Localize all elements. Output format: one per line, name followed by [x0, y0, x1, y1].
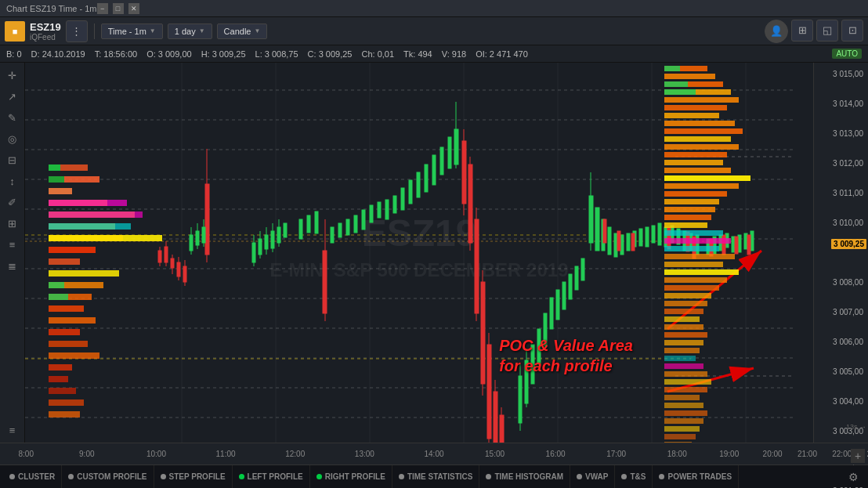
grid-icon[interactable]: ⊞ [791, 20, 813, 42]
tab-ts[interactable]: T&S [615, 465, 653, 489]
chart-container[interactable]: ESZ19 E-MINI S&P 500 DECEMBER 2019 [25, 63, 813, 443]
tab-custom-profile[interactable]: CUSTOM PROFILE [62, 465, 154, 489]
svg-rect-30 [49, 200, 127, 206]
svg-rect-168 [710, 239, 713, 256]
chevron-down-icon: ▼ [150, 27, 156, 34]
svg-rect-140 [614, 233, 617, 257]
rect-tool[interactable]: ⊟ [3, 150, 22, 169]
svg-rect-154 [603, 219, 606, 243]
svg-rect-37 [49, 305, 84, 312]
svg-rect-103 [432, 155, 436, 185]
arrow-tool[interactable]: ↗ [3, 87, 22, 106]
info-d: D: 24.10.2019 [31, 49, 85, 59]
tab-step-profile[interactable]: STEP PROFILE [154, 465, 233, 489]
info-t: T: 18:56:00 [95, 49, 137, 59]
price-scale: 3 015,00 3 014,00 3 013,00 3 012,00 3 01… [813, 63, 868, 443]
svg-rect-26 [49, 247, 96, 253]
svg-rect-128 [544, 313, 547, 346]
svg-rect-48 [49, 294, 68, 300]
svg-rect-41 [49, 352, 99, 359]
price-level-current: 3 009,25 [831, 239, 866, 249]
tab-left-profile[interactable]: LEFT PROFILE [233, 465, 310, 489]
tab-dot-vwap [577, 474, 582, 479]
tab-time-histogram[interactable]: TIME HISTOGRAM [479, 465, 570, 489]
bars-tool[interactable]: ≣ [3, 256, 22, 275]
svg-rect-40 [49, 341, 88, 347]
tab-dot-right-profile [316, 474, 322, 479]
time-dropdown[interactable]: Time - 1m ▼ [101, 23, 163, 39]
chart-type-dropdown[interactable]: Candle ▼ [217, 23, 268, 39]
toolbar-right-icons: 👤 ⊞ ◱ ⊡ [765, 20, 863, 43]
settings-icon[interactable]: ⚙ [842, 471, 865, 483]
time-label-800: 8:00 [19, 450, 34, 458]
auto-label: AUTO [832, 49, 862, 59]
info-b: B: 0 [6, 49, 22, 59]
svg-rect-102 [425, 164, 428, 192]
svg-rect-142 [627, 233, 630, 251]
svg-rect-150 [677, 229, 680, 244]
minimize-button[interactable]: − [97, 3, 108, 14]
price-level-3004: 3 004,00 [833, 397, 866, 406]
svg-rect-158 [686, 232, 689, 251]
window-controls: − □ ✕ [97, 3, 139, 14]
chevron-down-icon: ▼ [254, 27, 260, 34]
price-level-3015: 3 015,00 [833, 70, 866, 78]
layout-icon[interactable]: ◱ [816, 20, 838, 42]
cursor-tool[interactable]: ✛ [3, 66, 22, 85]
svg-line-172 [667, 251, 761, 329]
time-label-1800: 18:00 [667, 450, 687, 458]
svg-rect-32 [49, 235, 162, 241]
info-o: O: 3 009,00 [146, 49, 192, 59]
time-label-1600: 16:00 [546, 450, 566, 458]
fullscreen-icon[interactable]: ⊡ [841, 20, 863, 42]
maximize-button[interactable]: □ [113, 3, 124, 14]
toolbar: ■ ESZ19 iQFeed ⋮ Time - 1m ▼ 1 day ▼ Can… [0, 17, 868, 45]
tab-cluster[interactable]: CLUSTER [3, 465, 62, 489]
tab-dot-cluster [9, 474, 15, 479]
menu-tool[interactable]: ≡ [3, 235, 22, 254]
svg-rect-139 [608, 227, 611, 255]
line-tool[interactable]: ↕ [3, 172, 22, 190]
title-bar: Chart ESZ19 Time - 1m − □ ✕ [0, 0, 868, 17]
info-v: V: 918 [442, 49, 466, 59]
tab-vwap[interactable]: VWAP [570, 465, 615, 489]
price-level-3013: 3 013,00 [833, 129, 866, 138]
time-label-2000: 20:00 [763, 450, 783, 458]
svg-rect-144 [639, 229, 642, 246]
time-label-2100: 21:00 [797, 450, 817, 458]
time-axis: 8:00 9:00 10:00 11:00 12:00 13:00 14:00 … [0, 443, 868, 465]
tab-dot-ts [621, 474, 627, 479]
svg-rect-162 [719, 235, 722, 251]
scroll-indicator: 13s → [846, 423, 866, 431]
svg-rect-165 [738, 235, 741, 252]
close-button[interactable]: ✕ [128, 3, 139, 14]
svg-rect-149 [671, 226, 674, 243]
svg-rect-96 [378, 202, 381, 218]
main-area: ✛ ↗ ✎ ◎ ⊟ ↕ ✐ ⊞ ≡ ≣ ≡ ESZ19 E-MINI S&P 5… [0, 63, 868, 443]
tab-right-profile[interactable]: RIGHT PROFILE [310, 465, 392, 489]
svg-rect-161 [713, 237, 716, 254]
zoom-in-button[interactable]: + [851, 449, 865, 463]
svg-rect-101 [417, 172, 420, 197]
account-icon[interactable]: 👤 [765, 20, 788, 43]
pencil-tool[interactable]: ✎ [3, 108, 22, 127]
svg-rect-166 [744, 233, 747, 249]
svg-rect-44 [49, 388, 76, 394]
price-level-3005: 3 005,00 [833, 367, 866, 376]
tab-time-statistics[interactable]: TIME STATISTICS [392, 465, 480, 489]
text-tool[interactable]: ✐ [3, 193, 22, 211]
symbol-options-button[interactable]: ⋮ [66, 20, 88, 42]
bottom-tool[interactable]: ≡ [3, 421, 22, 439]
info-oi: OI: 2 471 470 [476, 49, 528, 59]
circle-tool[interactable]: ◎ [3, 129, 22, 148]
svg-rect-29 [49, 176, 64, 183]
tab-dot-time-histogram [486, 474, 491, 479]
period-dropdown[interactable]: 1 day ▼ [168, 23, 212, 39]
price-level-3014: 3 014,00 [833, 99, 866, 108]
tab-power-trades[interactable]: POWER TRADES [653, 465, 739, 489]
svg-rect-99 [401, 188, 404, 210]
svg-rect-98 [393, 196, 396, 213]
svg-rect-31 [49, 211, 143, 218]
svg-rect-94 [362, 210, 365, 230]
grid-tool[interactable]: ⊞ [3, 214, 22, 233]
